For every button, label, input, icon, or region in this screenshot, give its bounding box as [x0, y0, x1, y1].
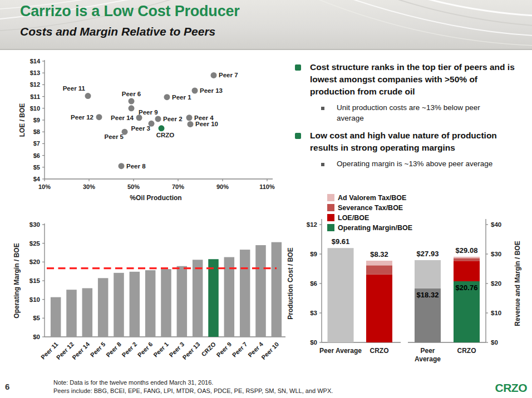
y-tick-label: $25	[29, 240, 41, 247]
scatter-point-label: Peer 13	[200, 87, 223, 94]
bullet-item: Low cost and high value nature of produc…	[294, 130, 530, 154]
y-tick-label: $6	[33, 152, 40, 159]
loe-vs-oil-scatter-chart: $4$5$6$7$8$9$10$11$12$13$1410%30%50%70%9…	[16, 54, 282, 206]
x-category-label: Peer 9	[215, 341, 233, 359]
scatter-point-label: Peer 6	[122, 91, 141, 97]
scatter-point-label: Peer 8	[126, 163, 146, 170]
x-tick-label: 70%	[172, 183, 184, 190]
footer-note-line2: Peers include: BBG, BCEI, EPE, FANG, LPI…	[53, 387, 333, 395]
bar-highlight	[208, 259, 219, 337]
bar-total-label: $9.61	[332, 237, 350, 246]
bar	[240, 250, 250, 337]
scatter-point-label: Peer 7	[219, 72, 238, 78]
x-tick-label: 10%	[38, 183, 51, 190]
scatter-point	[129, 98, 135, 105]
y-tick-label: $4	[33, 176, 41, 182]
left-tick-label: $12	[307, 221, 317, 228]
x-tick-label: 90%	[216, 183, 229, 190]
sub-bullet-marker-icon	[321, 163, 324, 166]
y-axis-title: LOE / BOE	[18, 103, 26, 137]
y-axis-title: Operating Margin / BOE	[13, 243, 21, 318]
stacked-segment	[454, 258, 480, 261]
left-tick-label: $6	[310, 280, 317, 287]
stacked-segment	[366, 261, 392, 265]
footer-note: Note: Data is for the twelve months ende…	[53, 379, 333, 395]
scatter-point	[119, 163, 125, 169]
bullet-text: Low cost and high value nature of produc…	[310, 130, 524, 154]
x-category-label: Peer	[420, 347, 435, 355]
y-tick-label: $14	[30, 58, 41, 64]
y-tick-label: $5	[33, 315, 40, 321]
scatter-point	[186, 115, 193, 121]
y-tick-label: $9	[33, 117, 40, 123]
slide-title: Carrizo is a Low Cost Producer	[20, 3, 240, 20]
x-tick-label: 50%	[127, 183, 140, 190]
left-tick-label: $3	[310, 310, 317, 316]
legend-label: LOE/BOE	[338, 214, 369, 222]
sub-bullet-item: Operating margin is ~13% above peer aver…	[321, 159, 530, 170]
segment-value-label: $20.76	[456, 283, 478, 292]
x-category-label: Peer 5	[89, 341, 107, 359]
left-tick-label: $9	[310, 251, 317, 257]
footer-note-line1: Note: Data is for the twelve months ende…	[53, 379, 333, 387]
scatter-point-label: Peer 11	[63, 85, 86, 92]
y-tick-label: $5	[33, 164, 40, 171]
scatter-point-label: Peer 14	[111, 115, 134, 121]
sub-bullet-text: Operating margin is ~13% above peer aver…	[337, 159, 504, 170]
x-category-label: Peer 8	[105, 341, 122, 359]
bar-total-label: $8.32	[370, 250, 388, 258]
y-tick-label: $12	[30, 81, 40, 88]
bar-total-label: $29.08	[456, 246, 478, 255]
legend-label: Operating Margin/BOE	[338, 224, 412, 232]
left-tick-label: $0	[310, 339, 317, 346]
operating-margin-bar-chart: $0$5$10$15$20$25$30Peer 11Peer 12Peer 14…	[9, 217, 290, 378]
right-tick-label: $0	[491, 339, 498, 346]
legend-swatch	[327, 204, 334, 211]
x-category-label: Peer 2	[120, 341, 138, 359]
bar	[114, 273, 124, 337]
bar	[255, 245, 266, 337]
sub-bullet-marker-icon	[321, 107, 324, 110]
x-category-label: CRZO	[200, 341, 217, 358]
scatter-point	[164, 94, 170, 100]
x-tick-label: 110%	[259, 183, 275, 190]
scatter-point-label: Peer 4	[194, 115, 214, 121]
bar	[98, 278, 109, 337]
x-tick-label: 30%	[83, 183, 95, 190]
y-tick-label: $30	[29, 221, 40, 228]
y-tick-label: $20	[29, 258, 40, 265]
x-category-label: CRZO	[457, 347, 476, 355]
x-axis-title: %Oil Production	[130, 194, 181, 202]
legend-label: Ad Valorem Tax/BOE	[338, 194, 406, 202]
legend-label: Severance Tax/BOE	[338, 204, 403, 212]
stacked-segment	[454, 257, 480, 258]
scatter-point-label: Peer 2	[163, 116, 183, 122]
scatter-point-label: Peer 5	[104, 133, 124, 140]
right-axis-title: Revenue and Margin / BOE	[514, 241, 521, 326]
legend-swatch	[327, 214, 334, 221]
bullet-marker-icon	[295, 64, 301, 71]
right-tick-label: $20	[491, 280, 501, 287]
y-tick-label: $15	[29, 277, 41, 284]
scatter-point	[192, 88, 198, 94]
left-axis-title: Production Cost / BOE	[287, 247, 294, 319]
scatter-point	[211, 72, 217, 78]
scatter-point	[129, 105, 135, 111]
x-category-label: Peer 10	[260, 341, 280, 361]
bar	[51, 297, 61, 337]
bar	[82, 288, 93, 337]
slide-subtitle: Costs and Margin Relative to Peers	[20, 25, 215, 38]
scatter-point-label: Peer 1	[172, 94, 191, 101]
scatter-point-label: Peer 10	[195, 121, 218, 127]
sub-bullet-item: Unit production costs are ~13% below pee…	[321, 103, 530, 124]
y-tick-label: $0	[33, 334, 40, 340]
y-tick-label: $10	[29, 296, 40, 303]
bar	[145, 270, 156, 337]
x-category-label: CRZO	[370, 347, 389, 355]
legend-swatch	[327, 194, 334, 201]
scatter-point	[188, 121, 194, 127]
bullet-text: Cost structure ranks in the top tier of …	[310, 61, 524, 98]
right-tick-label: $40	[491, 221, 501, 228]
bullet-item: Cost structure ranks in the top tier of …	[294, 61, 530, 98]
x-category-label: Average	[415, 355, 441, 363]
